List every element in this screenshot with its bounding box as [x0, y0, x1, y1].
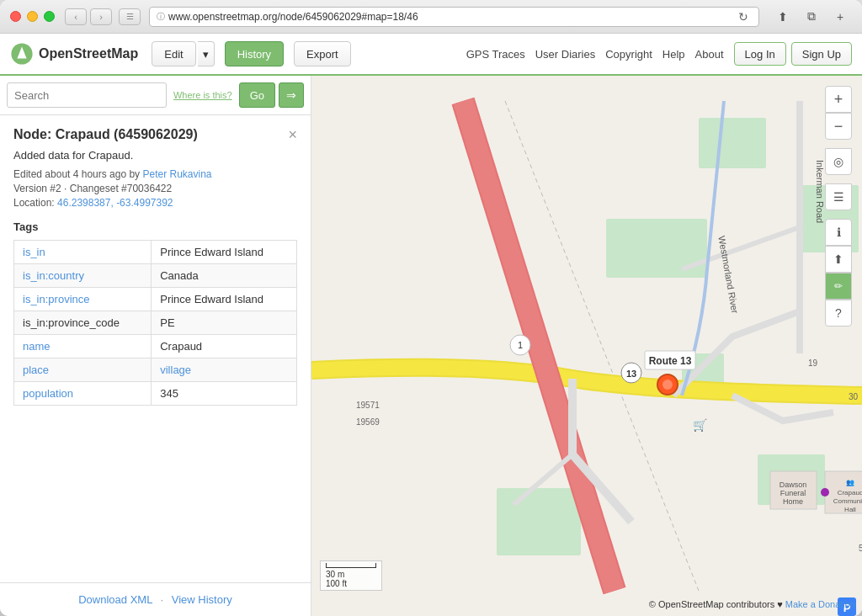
- version-text: Version #2 · Changeset #70036422: [13, 183, 297, 194]
- nav-buttons: ‹ ›: [65, 8, 112, 25]
- geolocate-button[interactable]: ◎: [825, 148, 852, 175]
- layers-control: ☰: [825, 183, 852, 210]
- new-tab-button[interactable]: +: [828, 8, 852, 26]
- forward-button[interactable]: ›: [90, 8, 112, 25]
- where-is-this-link[interactable]: Where is this?: [173, 90, 232, 100]
- svg-text:Hall: Hall: [844, 506, 856, 513]
- auth-buttons: Log In Sign Up: [734, 42, 852, 66]
- footer-separator: ·: [161, 593, 164, 606]
- refresh-button[interactable]: ↻: [735, 8, 752, 25]
- tags-section: Tags is_inPrince Edward Islandis_in:coun…: [13, 220, 297, 406]
- edit-button[interactable]: Edit: [152, 41, 195, 66]
- signup-button[interactable]: Sign Up: [791, 42, 852, 66]
- node-panel: Node: Crapaud (6459062029) × Added data …: [0, 115, 311, 582]
- table-row: is_in:province_codePE: [14, 311, 297, 335]
- map-copyright: © OpenStreetMap contributors ♥ Make a Do…: [649, 599, 855, 609]
- note-button[interactable]: ✏: [825, 273, 852, 300]
- svg-text:Funeral: Funeral: [780, 489, 806, 497]
- tag-key-link[interactable]: is_in:province: [23, 293, 90, 305]
- author-link[interactable]: Peter Rukavina: [142, 168, 211, 180]
- share-map-button[interactable]: ⬆: [825, 246, 852, 273]
- edit-dropdown-button[interactable]: ▾: [198, 41, 215, 66]
- map-scale: 30 m 100 ft: [320, 560, 382, 591]
- nav-link-copyright[interactable]: Copyright: [605, 48, 652, 61]
- tag-val-link[interactable]: village: [160, 364, 191, 376]
- tags-table: is_inPrince Edward Islandis_in:countryCa…: [13, 240, 297, 406]
- svg-text:30: 30: [849, 392, 859, 401]
- zoom-out-button[interactable]: −: [825, 113, 852, 140]
- go-button[interactable]: Go: [239, 82, 275, 108]
- minimize-window-button[interactable]: [27, 11, 38, 22]
- svg-text:Inkerman Road: Inkerman Road: [815, 160, 825, 223]
- table-row: is_in:provincePrince Edward Island: [14, 288, 297, 311]
- share-button[interactable]: ⬆: [771, 8, 795, 26]
- location-link[interactable]: 46.2398387, -63.4997392: [57, 197, 173, 209]
- main-content: Where is this? Go ⇒ Node: Crapaud (64590…: [0, 76, 862, 616]
- toolbar-right: ⬆ ⧉ +: [771, 8, 852, 26]
- info-button[interactable]: ℹ: [825, 219, 852, 246]
- view-history-link[interactable]: View History: [172, 593, 232, 606]
- zoom-controls: + −: [825, 86, 852, 140]
- tags-label: Tags: [13, 220, 297, 233]
- svg-text:Community: Community: [833, 497, 862, 505]
- node-title: Node: Crapaud (6459062029): [13, 127, 198, 142]
- tag-key-link[interactable]: name: [23, 340, 51, 353]
- export-button[interactable]: Export: [294, 41, 351, 66]
- close-window-button[interactable]: [10, 11, 21, 22]
- title-bar: ‹ › ☰ ⓘ www.openstreetmap.org/node/64590…: [0, 0, 862, 34]
- close-panel-button[interactable]: ×: [288, 127, 297, 142]
- osm-logo-text: OpenStreetMap: [39, 46, 138, 61]
- map-controls: + − ◎ ☰ ℹ ⬆ ✏ ?: [825, 86, 852, 327]
- copyright-text: © OpenStreetMap contributors ♥: [649, 599, 783, 609]
- sidebar-footer: Download XML · View History: [0, 582, 311, 616]
- tag-key-link[interactable]: is_in:country: [23, 269, 84, 282]
- osm-logo[interactable]: OpenStreetMap: [10, 42, 138, 66]
- tag-key-link[interactable]: place: [23, 364, 49, 376]
- nav-link-about[interactable]: About: [695, 48, 724, 61]
- svg-rect-6: [497, 488, 581, 555]
- svg-text:Crapaud: Crapaud: [838, 489, 862, 497]
- login-button[interactable]: Log In: [734, 42, 786, 66]
- scale-meters: 30 m: [326, 570, 344, 579]
- svg-text:19569: 19569: [356, 417, 380, 427]
- address-bar[interactable]: ⓘ www.openstreetmap.org/node/6459062029#…: [149, 7, 759, 27]
- back-button[interactable]: ‹: [65, 8, 87, 25]
- svg-text:13: 13: [626, 369, 636, 379]
- traffic-lights: [10, 11, 55, 22]
- help-button[interactable]: ?: [825, 300, 852, 327]
- directions-button[interactable]: ⇒: [279, 82, 304, 108]
- nav-links: GPS Traces User Diaries Copyright Help A…: [466, 48, 724, 61]
- table-row: population345: [14, 382, 297, 406]
- table-row: nameCrapaud: [14, 335, 297, 358]
- scale-labels: 30 m: [326, 570, 376, 579]
- table-row: placevillage: [14, 358, 297, 382]
- scale-bar: 30 m 100 ft: [326, 563, 376, 588]
- svg-text:Dawson: Dawson: [780, 481, 807, 489]
- nav-link-gps-traces[interactable]: GPS Traces: [466, 48, 525, 61]
- table-row: is_inPrince Edward Island: [14, 241, 297, 264]
- edited-text: Edited about 4 hours ago by Peter Rukavi…: [13, 168, 297, 180]
- map-area[interactable]: Westmorland River Inkerman Road Route 13…: [311, 76, 862, 616]
- tag-key-link[interactable]: is_in: [23, 246, 45, 258]
- nav-link-user-diaries[interactable]: User Diaries: [535, 48, 596, 61]
- svg-rect-1: [699, 118, 766, 168]
- layers-button[interactable]: ☰: [825, 183, 852, 210]
- svg-text:19571: 19571: [356, 401, 380, 410]
- tabs-button[interactable]: ⧉: [800, 8, 823, 26]
- info-controls: ℹ ⬆ ✏ ?: [825, 219, 852, 327]
- osm-header: OpenStreetMap Edit ▾ History Export GPS …: [0, 34, 862, 76]
- svg-rect-2: [606, 219, 707, 278]
- reader-button[interactable]: ☰: [119, 8, 141, 25]
- scale-feet: 100 ft: [326, 579, 347, 588]
- tag-key-link[interactable]: population: [23, 387, 73, 400]
- search-input[interactable]: [7, 82, 167, 108]
- donate-link[interactable]: Make a Donation: [785, 599, 855, 609]
- table-row: is_in:countryCanada: [14, 264, 297, 288]
- download-xml-link[interactable]: Download XML: [78, 593, 152, 606]
- maximize-window-button[interactable]: [44, 11, 55, 22]
- zoom-in-button[interactable]: +: [825, 86, 852, 113]
- history-button[interactable]: History: [225, 41, 284, 66]
- nav-link-help[interactable]: Help: [662, 48, 685, 61]
- search-bar: Where is this? Go ⇒: [0, 76, 311, 115]
- edit-button-group: Edit ▾: [152, 41, 214, 66]
